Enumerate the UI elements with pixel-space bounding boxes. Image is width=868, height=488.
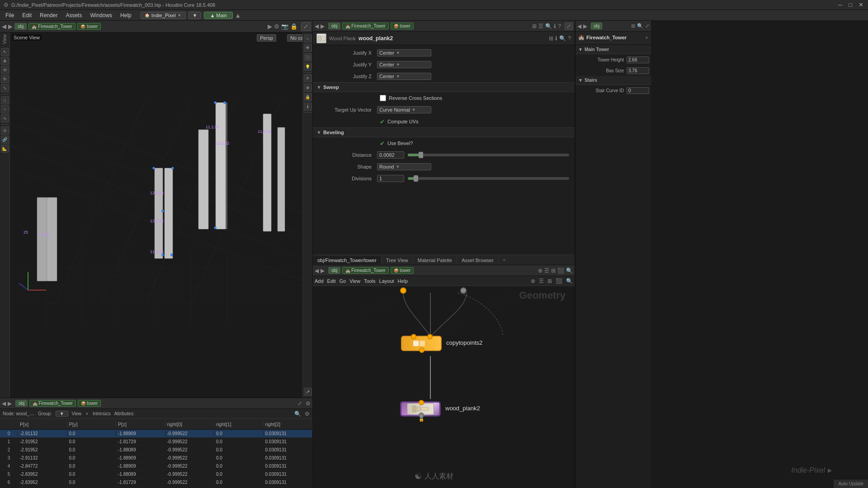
right-obj-btn[interactable]: obj — [591, 23, 602, 29]
ng-icon-7[interactable]: ☰ — [539, 278, 544, 284]
vp-play-btn[interactable]: ▶ — [268, 23, 272, 30]
col-r1[interactable]: right[1] — [214, 422, 264, 427]
prop-back-btn[interactable]: ◀ — [315, 23, 319, 29]
ng-menu-tools[interactable]: Tools — [364, 278, 376, 284]
reverse-cross-checkbox[interactable] — [380, 95, 386, 101]
bottom-settings-btn[interactable]: ⚙ — [306, 400, 311, 407]
table-row[interactable]: 1-2.919520.0-1.81729-0.9995220.00.030913… — [0, 438, 312, 446]
vp-icon-snap2[interactable]: ⊕ — [304, 84, 312, 92]
right-icon1[interactable]: ⊞ — [631, 23, 635, 29]
bottom-back-btn[interactable]: ◀ — [2, 400, 6, 407]
intrinsics-label[interactable]: Intrinsics — [93, 411, 110, 416]
ng-icon5[interactable]: 🔍 — [566, 267, 573, 274]
ng-icon-8[interactable]: ⊞ — [547, 278, 552, 284]
ng-icon-6[interactable]: ⊕ — [531, 278, 535, 284]
ng-menu-go[interactable]: Go — [340, 278, 346, 284]
help-menu[interactable]: Help — [117, 11, 135, 19]
vp-node-btn[interactable]: 📦 tower — [77, 23, 101, 30]
copytopoints2-in-right[interactable] — [427, 334, 433, 339]
right-icon3[interactable]: ⤢ — [645, 23, 649, 29]
shape-dropdown[interactable]: Round ▼ — [377, 163, 431, 170]
prop-icon-info[interactable]: ℹ — [554, 23, 556, 29]
ng-icon3[interactable]: ⊞ — [551, 267, 556, 274]
prop-icon-grid[interactable]: ⊞ — [532, 23, 537, 29]
divisions-slider-handle[interactable] — [414, 175, 418, 182]
table-row[interactable]: 4-2.847720.0-1.88909-0.9995220.00.030913… — [0, 462, 312, 470]
ng-icon4[interactable]: ⬛ — [557, 267, 564, 274]
ng-obj-btn[interactable]: obj — [328, 267, 340, 274]
prop-node-btn[interactable]: 📦 tower — [391, 23, 414, 29]
vp-camera-btn[interactable]: 📷 — [281, 23, 288, 30]
tool-scale[interactable]: ⤡ — [1, 84, 9, 92]
tool-circle[interactable]: ○ — [1, 105, 9, 113]
vp-fullscreen-btn[interactable]: ⤢ — [301, 22, 311, 31]
bottom-forward-btn[interactable]: ▶ — [8, 400, 12, 407]
nav-arrow-up[interactable]: ▲ — [235, 12, 241, 19]
target-up-dropdown[interactable]: Curve Normal ▼ — [377, 106, 431, 113]
prop-icon-list[interactable]: ☰ — [538, 23, 543, 29]
bottom-expand-btn[interactable]: ⤢ — [297, 400, 302, 407]
nodegraph-canvas[interactable]: RRCG 人人素材 人人素材 Geometry — [313, 286, 575, 488]
ng-forward-btn[interactable]: ▶ — [321, 267, 325, 274]
ng-menu-layout[interactable]: Layout — [379, 278, 394, 284]
assets-menu[interactable]: Assets — [62, 11, 85, 19]
nodegraph-tab-path[interactable]: obj/Firewatch_Tower/tower — [313, 256, 382, 264]
vp-icon-eye[interactable]: 👁 — [304, 44, 312, 52]
right-icon2[interactable]: 🔍 — [637, 23, 643, 29]
nodegraph-tab-material[interactable]: Material Palette — [413, 256, 457, 264]
justify-y-dropdown[interactable]: Center ▼ — [377, 61, 431, 68]
vp-icon-lock2[interactable]: 🔒 — [304, 93, 312, 101]
vp-lock-btn[interactable]: 🔒 — [290, 23, 297, 30]
tool-select2[interactable]: ⊕ — [1, 57, 9, 65]
tool-select[interactable]: ↖ — [1, 48, 9, 56]
ng-network-btn[interactable]: 🏰 Firewatch_Tower — [342, 267, 389, 274]
stair-curve-input[interactable]: 0 — [627, 87, 649, 94]
vp-network-btn[interactable]: 🏰 Firewatch_Tower — [28, 23, 75, 30]
copytopoints2-in-left[interactable] — [411, 334, 416, 339]
vp-icon-cursor[interactable]: ↗ — [304, 388, 312, 396]
table-row[interactable]: 6-2.839520.0-1.81729-0.9995220.00.030913… — [0, 479, 312, 487]
ng-icon2[interactable]: ☰ — [544, 267, 549, 274]
vp-icon-info[interactable]: ℹ — [304, 103, 312, 111]
right-icon-expand[interactable]: + — [646, 35, 648, 40]
ng-menu-add[interactable]: Add — [315, 278, 324, 284]
ng-menu-edit[interactable]: Edit — [327, 278, 336, 284]
prop-icon-help[interactable]: ? — [558, 23, 561, 29]
main-tab[interactable]: ▲ Main — [204, 12, 233, 19]
tool-lasso[interactable]: ∿ — [1, 114, 9, 122]
tool-box[interactable]: □ — [1, 96, 9, 104]
divisions-slider[interactable] — [408, 177, 569, 180]
table-row[interactable]: 5-2.839520.0-1.88089-0.9995220.00.030913… — [0, 470, 312, 479]
distance-slider-handle[interactable] — [419, 152, 423, 158]
tool-magnet[interactable]: ⊙ — [1, 127, 9, 135]
edit-menu[interactable]: Edit — [19, 11, 35, 19]
col-px[interactable]: P[x] — [18, 422, 67, 427]
ng-menu-view[interactable]: View — [349, 278, 360, 284]
spreadsheet-settings-btn[interactable]: ⚙ — [305, 411, 310, 417]
prop-network-btn[interactable]: 🏰 Firewatch_Tower — [342, 23, 389, 29]
vp-obj-btn[interactable]: obj — [14, 23, 27, 30]
file-menu[interactable]: File — [2, 11, 18, 19]
vp-back-btn[interactable]: ◀ — [2, 23, 6, 30]
col-r0[interactable]: right[0] — [165, 422, 215, 427]
justify-z-dropdown[interactable]: Center ▼ — [377, 73, 431, 80]
prop-obj-btn[interactable]: obj — [328, 23, 340, 29]
justify-x-dropdown[interactable]: Center ▼ — [377, 49, 431, 56]
prop-fullscreen-btn[interactable]: ⤢ — [565, 23, 573, 30]
nodegraph-tab-add[interactable]: + — [499, 255, 509, 265]
col-py[interactable]: P[y] — [67, 422, 117, 427]
right-forward-btn[interactable]: ▶ — [583, 23, 587, 29]
top-connector-left[interactable] — [400, 287, 406, 294]
ng-icon-9[interactable]: ⬛ — [556, 278, 562, 284]
viewport3d[interactable]: RRCG 人人素材 RRCG — [10, 33, 312, 398]
group-dropdown[interactable]: ▼ — [56, 411, 68, 417]
tool-measure[interactable]: 📐 — [1, 145, 9, 153]
tool-transform[interactable]: ⟲ — [1, 66, 9, 74]
distance-slider[interactable] — [408, 154, 569, 156]
vp-icon-render[interactable]: ⬛ — [304, 53, 312, 61]
wood-plank2-node[interactable]: 🔒 — [400, 401, 441, 417]
col-pz[interactable]: P[z] — [116, 422, 165, 427]
vp-forward-btn[interactable]: ▶ — [8, 23, 13, 30]
tool-snap[interactable]: 🔗 — [1, 136, 9, 144]
copytopoints2-out[interactable] — [419, 347, 425, 353]
